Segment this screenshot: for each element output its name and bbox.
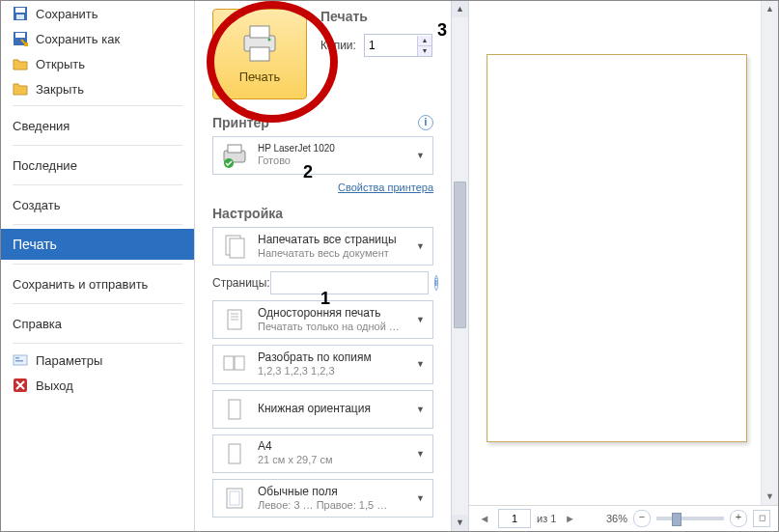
t1: A4 [258, 439, 416, 454]
next-page-button[interactable]: ► [562, 513, 577, 524]
copies-spinner[interactable]: ▲ ▼ [364, 34, 432, 57]
zoom-thumb[interactable] [672, 513, 682, 526]
copies-down[interactable]: ▼ [417, 45, 431, 56]
svg-rect-17 [230, 238, 244, 258]
options-icon [13, 352, 28, 368]
svg-rect-14 [228, 145, 241, 153]
label: Справка [13, 317, 62, 331]
preview-scrollbar[interactable]: ▲ ▼ [761, 1, 778, 505]
fit-page-button[interactable]: ◻ [753, 510, 770, 527]
scroll-track[interactable] [452, 17, 468, 515]
scroll-up[interactable]: ▲ [452, 1, 468, 17]
preview-page [487, 54, 747, 442]
settings-header: Настройка [212, 206, 433, 221]
sidebar-item-exit[interactable]: Выход [1, 373, 194, 398]
margins-icon [221, 485, 248, 512]
orientation-select[interactable]: Книжная ориентация ▼ [212, 390, 433, 429]
sides-select[interactable]: Односторонняя печать Печатать только на … [212, 300, 433, 339]
svg-rect-10 [250, 26, 269, 38]
label: Сведения [13, 119, 70, 133]
settings-scrollbar[interactable]: ▲ ▼ [451, 1, 468, 531]
svg-rect-24 [229, 400, 240, 419]
label: Закрыть [36, 82, 84, 97]
printer-header: Принтер [212, 115, 269, 130]
collate-icon [221, 350, 248, 378]
separator [13, 224, 182, 225]
prev-page-button[interactable]: ◄ [477, 513, 492, 524]
t1: Разобрать по копиям [258, 350, 416, 365]
info-icon[interactable]: i [434, 275, 438, 291]
scroll-down[interactable]: ▼ [452, 515, 468, 531]
info-icon[interactable]: i [418, 115, 433, 130]
t2: Левое: 3 … Правое: 1,5 … [258, 499, 416, 513]
svg-rect-2 [16, 14, 24, 19]
separator [13, 264, 182, 265]
svg-rect-23 [235, 356, 244, 370]
pages-input[interactable] [270, 271, 429, 294]
chevron-down-icon: ▼ [416, 241, 425, 251]
sidebar-item-recent[interactable]: Последние [1, 150, 194, 181]
sidebar-item-print[interactable]: Печать [1, 229, 194, 260]
chevron-down-icon: ▼ [416, 493, 425, 503]
scroll-down[interactable]: ▼ [762, 489, 778, 505]
scroll-thumb[interactable] [454, 182, 466, 328]
zoom-slider[interactable] [656, 517, 724, 520]
scroll-track[interactable] [762, 17, 778, 489]
print-scope-select[interactable]: Напечатать все страницы Напечатать весь … [212, 227, 433, 266]
sidebar-item-info[interactable]: Сведения [1, 110, 194, 141]
t1: Односторонняя печать [258, 306, 416, 321]
sidebar-item-save[interactable]: Сохранить [1, 1, 194, 26]
copies-input[interactable] [365, 39, 417, 52]
sidebar-item-open[interactable]: Открыть [1, 51, 194, 76]
t2: 21 см x 29,7 см [258, 454, 416, 467]
page-of-label: из 1 [537, 513, 556, 524]
margins-select[interactable]: Обычные поля Левое: 3 … Правое: 1,5 … ▼ [212, 479, 433, 518]
label: Выход [36, 378, 73, 393]
print-button[interactable]: Печать [212, 9, 307, 99]
chevron-down-icon: ▼ [416, 315, 425, 324]
printer-select[interactable]: HP LaserJet 1020 Готово ▼ [212, 136, 433, 175]
copies-label: Копии: [320, 39, 356, 52]
label: Последние [13, 158, 77, 173]
label: Открыть [36, 57, 85, 71]
label: Параметры [36, 353, 102, 368]
sidebar-item-new[interactable]: Создать [1, 189, 194, 220]
collate-select[interactable]: Разобрать по копиям 1,2,3 1,2,3 1,2,3 ▼ [212, 345, 433, 383]
zoom-out-button[interactable]: − [633, 510, 651, 527]
open-icon [13, 56, 28, 71]
chevron-down-icon: ▼ [416, 151, 425, 160]
printer-properties-link[interactable]: Свойства принтера [338, 182, 433, 193]
t1: Напечатать все страницы [258, 233, 416, 247]
sidebar-item-save-as[interactable]: Сохранить как [1, 26, 194, 51]
preview-footer: ◄ из 1 ► 36% − + ◻ [469, 505, 778, 531]
separator [13, 145, 182, 146]
svg-point-12 [268, 39, 271, 42]
label: Сохранить и отправить [13, 277, 148, 292]
page-number-input[interactable] [498, 509, 531, 528]
chevron-down-icon: ▼ [416, 359, 425, 369]
one-side-icon [221, 306, 248, 333]
backstage-sidebar: Сохранить Сохранить как Открыть Закрыть … [1, 1, 194, 531]
svg-rect-25 [229, 444, 240, 463]
sidebar-item-help[interactable]: Справка [1, 308, 194, 339]
t1: Обычные поля [258, 485, 416, 499]
chevron-down-icon: ▼ [416, 449, 425, 459]
sidebar-item-share[interactable]: Сохранить и отправить [1, 268, 194, 299]
sidebar-item-close[interactable]: Закрыть [1, 76, 194, 101]
separator [13, 105, 182, 106]
svg-rect-7 [15, 360, 23, 362]
svg-rect-6 [15, 357, 19, 359]
print-settings-pane: Печать Печать Копии: ▲ ▼ Принтер [194, 1, 451, 531]
copies-up[interactable]: ▲ [417, 36, 431, 45]
pages-icon [221, 233, 248, 260]
t2: Печатать только на одной … [258, 321, 416, 334]
sidebar-item-options[interactable]: Параметры [1, 348, 194, 373]
chevron-down-icon: ▼ [416, 405, 425, 414]
zoom-in-button[interactable]: + [730, 510, 747, 527]
scroll-up[interactable]: ▲ [762, 1, 778, 17]
paper-size-select[interactable]: A4 21 см x 29,7 см ▼ [212, 434, 433, 473]
paper-icon [221, 440, 248, 467]
print-header: Печать [320, 9, 433, 24]
label: Сохранить [36, 7, 98, 21]
separator [13, 343, 182, 344]
